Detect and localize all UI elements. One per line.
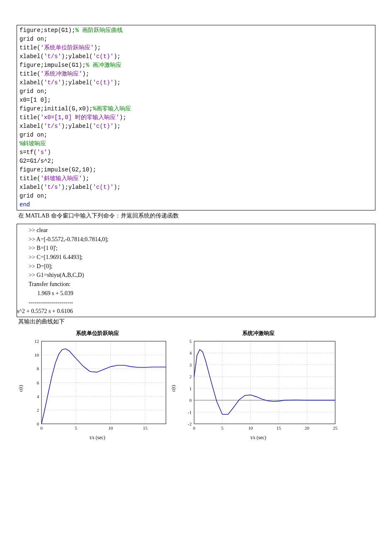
svg-text:15: 15: [277, 425, 282, 430]
cmd-line: 1.969 s + 5.039: [29, 289, 372, 298]
code-line: xlabel('t/s');ylabel('c(t)');: [19, 52, 373, 61]
code-line: grid on;: [19, 87, 373, 96]
y-axis-label: c(t): [170, 385, 177, 392]
code-line: G2=G1/s^2;: [19, 157, 373, 166]
cmd-line: >> A=[-0.5572,-0.7814;0.7814,0];: [29, 235, 372, 244]
code-line: end: [19, 200, 373, 209]
svg-text:0: 0: [193, 425, 195, 430]
cmd-line: >> C=[1.9691 6.4493];: [29, 253, 372, 262]
chart-title: 系统冲激响应: [178, 330, 339, 337]
paragraph-output-intro: 其输出的曲线如下: [18, 318, 374, 325]
code-line: xlabel('t/s');ylabel('c(t)');: [19, 183, 373, 192]
cmd-line: Transfer function:: [29, 280, 372, 289]
cmd-denominator: s^2 + 0.5572 s + 0.6106: [17, 307, 372, 316]
code-line: title('x0=[1,0] 时的零输入响应');: [19, 113, 373, 122]
charts-row: 系统单位阶跃响应 c(t) 051015024681012 t/s (sec) …: [25, 330, 375, 441]
chart-title: 系统单位阶跃响应: [25, 330, 170, 337]
code-line: title('系统单位阶跃响应');: [19, 44, 373, 52]
x-axis-label: t/s (sec): [178, 435, 339, 441]
cmd-line: >> G1=shiyu(A,B,C,D): [29, 271, 372, 280]
svg-text:1: 1: [190, 386, 192, 391]
svg-text:8: 8: [37, 366, 39, 371]
cmd-line: >> B=[1 0]';: [29, 244, 372, 253]
svg-text:10: 10: [248, 425, 253, 430]
x-axis-label: t/s (sec): [25, 435, 170, 441]
chart-svg: 0510152025-2-1012345: [178, 338, 339, 435]
code-line: figure;step(G1);% 画阶跃响应曲线: [19, 26, 373, 35]
svg-text:15: 15: [143, 425, 148, 430]
svg-text:12: 12: [34, 339, 39, 344]
code-line: figure;impulse(G1);% 画冲激响应: [19, 61, 373, 70]
code-line: grid on;: [19, 192, 373, 200]
svg-text:2: 2: [190, 374, 192, 379]
code-line: title('系统冲激响应');: [19, 70, 373, 78]
svg-text:2: 2: [37, 408, 39, 413]
svg-text:10: 10: [108, 425, 113, 430]
svg-text:-2: -2: [188, 421, 192, 426]
chart-svg: 051015024681012: [25, 338, 170, 435]
svg-text:5: 5: [221, 425, 224, 430]
code-line: xlabel('t/s');ylabel('c(t)');: [19, 78, 373, 87]
svg-text:5: 5: [190, 339, 192, 344]
code-line: x0=[1 0];: [19, 96, 373, 105]
svg-text:25: 25: [333, 425, 338, 430]
paragraph-cmd-intro: 在 MATLAB 命令窗口中输入下列命令：并返回系统的传递函数: [18, 212, 374, 220]
y-axis-label: c(t): [18, 385, 24, 392]
chart-impulse-response: 系统冲激响应 c(t) 0510152025-2-1012345 t/s (se…: [178, 330, 339, 441]
svg-text:4: 4: [37, 394, 39, 399]
svg-rect-23: [194, 341, 335, 424]
svg-text:-1: -1: [188, 409, 192, 414]
svg-text:0: 0: [40, 425, 43, 430]
chart-step-response: 系统单位阶跃响应 c(t) 051015024681012 t/s (sec): [25, 330, 170, 441]
code-line: grid on;: [19, 131, 373, 139]
code-line: title('斜坡输入响应');: [19, 174, 373, 183]
cmd-line: >> clear: [29, 226, 372, 235]
svg-text:5: 5: [75, 425, 78, 430]
svg-text:6: 6: [37, 380, 39, 385]
svg-text:4: 4: [190, 350, 192, 355]
cmd-dashes: -----------------------: [29, 298, 372, 307]
svg-text:0: 0: [190, 398, 192, 403]
code-line: xlabel('t/s');ylabel('c(t)');: [19, 122, 373, 131]
code-block: figure;step(G1);% 画阶跃响应曲线grid on;title('…: [17, 25, 375, 210]
svg-text:20: 20: [305, 425, 310, 430]
svg-text:0: 0: [37, 421, 39, 426]
svg-text:10: 10: [34, 352, 39, 357]
svg-text:3: 3: [190, 362, 192, 367]
command-window-block: >> clear>> A=[-0.5572,-0.7814;0.7814,0];…: [17, 224, 375, 317]
code-line: grid on;: [19, 35, 373, 44]
cmd-line: >> D=[0];: [29, 262, 372, 271]
code-line: figure;initial(G,x0);%画零输入响应: [19, 105, 373, 113]
code-line: s=tf('s'): [19, 148, 373, 157]
code-line: figure;impulse(G2,10);: [19, 166, 373, 174]
code-line: %斜坡响应: [19, 139, 373, 148]
